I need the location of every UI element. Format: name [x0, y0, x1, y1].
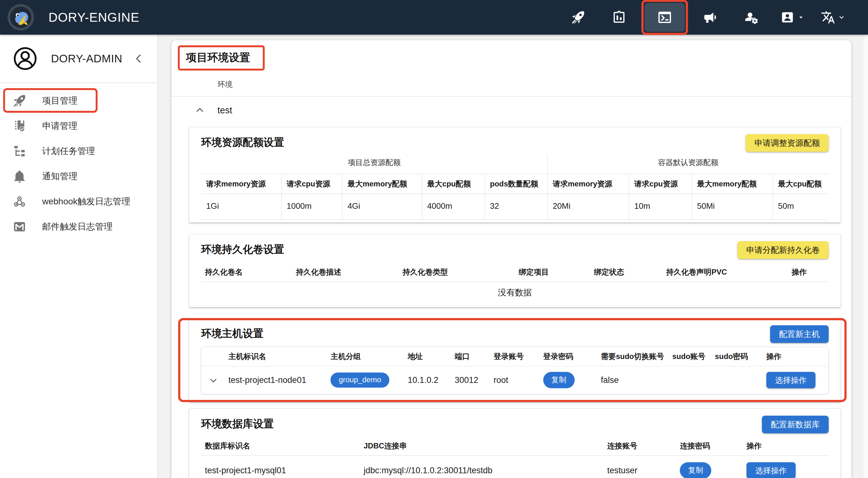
- host-need-sudo: false: [598, 366, 669, 394]
- request-new-pv-button[interactable]: 申请分配新持久化卷: [737, 241, 829, 259]
- configure-new-database-button[interactable]: 配置新数据库: [762, 416, 829, 433]
- annotation-box-page-title: 项目环境设置: [178, 46, 265, 70]
- quota-value: 1Gi: [201, 194, 281, 220]
- column-header: 主机分组: [327, 347, 404, 366]
- copy-password-button[interactable]: 复制: [680, 462, 711, 478]
- sidebar-item-label: webhook触发日志管理: [42, 196, 130, 208]
- host-table: 主机标识名 主机分组 地址 端口 登录账号 登录密码 需要sudo切换账号 su…: [202, 347, 828, 394]
- column-header: 最大memory配额: [342, 174, 422, 194]
- chevron-left-icon[interactable]: [132, 52, 145, 65]
- dory-logo-icon: [7, 4, 34, 31]
- quota-value: 10m: [629, 194, 692, 220]
- column-header: 请求memory资源: [201, 174, 281, 194]
- sidebar: DORY-ADMIN 项目管理: [0, 35, 158, 478]
- column-header: 连接账号: [603, 437, 676, 456]
- column-header: 数据库标识名: [201, 437, 360, 456]
- column-header: 绑定项目: [515, 263, 590, 282]
- column-header: 最大memory配额: [692, 174, 773, 194]
- chevron-down-icon[interactable]: [209, 376, 218, 385]
- bell-icon: [12, 170, 26, 183]
- request-quota-adjust-button[interactable]: 申请调整资源配额: [746, 134, 829, 152]
- env-expansion-row[interactable]: test: [172, 97, 851, 124]
- copy-password-button[interactable]: 复制: [543, 372, 575, 388]
- mail-icon: [12, 220, 26, 234]
- main-content-panel: 项目环境设置 环境 test 环境资源配额设置 申请调整资源配额 项目总资源: [172, 40, 851, 478]
- clipboard-chart-icon[interactable]: [598, 10, 640, 25]
- table-row: 1Gi 1000m 4Gi 4000m 32 20Mi 10m 50Mi 50m: [201, 194, 829, 220]
- db-connect-user: testuser: [603, 456, 676, 478]
- card-title: 环境主机设置: [201, 325, 264, 341]
- column-header: 主机标识名: [225, 347, 328, 366]
- quota-value: 1000m: [281, 194, 342, 220]
- resource-quota-card: 环境资源配额设置 申请调整资源配额 项目总资源配额 容器默认资源配额 请求mem…: [189, 127, 841, 222]
- quota-value: 50m: [773, 194, 829, 220]
- host-login-user: root: [490, 366, 540, 394]
- column-header: 最大cpu配额: [773, 174, 829, 194]
- expand-column: [202, 347, 225, 366]
- chevron-down-icon: [837, 13, 846, 22]
- translate-icon: [821, 10, 835, 25]
- quota-table: 项目总资源配额 容器默认资源配额 请求memory资源 请求cpu资源 最大me…: [201, 154, 829, 220]
- quota-group-header: 项目总资源配额: [201, 154, 548, 174]
- env-column-header: 环境: [217, 79, 851, 89]
- avatar: [12, 46, 38, 71]
- database-card: 环境数据库设置 配置新数据库 数据库标识名 JDBC连接串 连接账号 连接密码 …: [189, 409, 841, 478]
- sidebar-item-webhook-logs[interactable]: webhook触发日志管理: [0, 189, 157, 214]
- header-actions: [558, 0, 854, 35]
- terminal-icon[interactable]: [645, 3, 685, 32]
- card-title: 环境资源配额设置: [201, 134, 284, 150]
- column-header: 持久化卷类型: [399, 263, 515, 282]
- sidebar-menu: 项目管理 申请管理 计划任务管理: [0, 83, 157, 239]
- sidebar-item-notifications[interactable]: 通知管理: [0, 164, 157, 189]
- configure-new-host-button[interactable]: 配置新主机: [770, 325, 829, 343]
- column-header: 请求memory资源: [548, 174, 629, 194]
- host-actions-button[interactable]: 选择操作: [766, 372, 815, 388]
- page-title: 项目环境设置: [186, 50, 250, 65]
- column-header: 持久化卷声明PVC: [662, 263, 788, 282]
- persistent-volume-card: 环境持久化卷设置 申请分配新持久化卷 持久化卷名 持久化卷描述 持久化卷类型 绑…: [189, 234, 841, 307]
- host-port: 30012: [452, 366, 491, 394]
- database-table-row: test-project1-mysql01 jdbc:mysql://10.1.…: [201, 456, 829, 478]
- card-title: 环境数据库设置: [201, 416, 274, 431]
- column-header: 最大cpu配额: [422, 174, 485, 194]
- host-group-chip[interactable]: group_demo: [331, 372, 389, 388]
- db-actions-button[interactable]: 选择操作: [746, 462, 796, 478]
- megaphone-icon[interactable]: [690, 10, 731, 25]
- sidebar-user-header: DORY-ADMIN: [0, 35, 157, 83]
- rocket-icon[interactable]: [558, 10, 598, 25]
- account-badge-menu[interactable]: [772, 10, 813, 25]
- host-sudo-password: [712, 366, 763, 394]
- app-root: DORY-ENGINE: [0, 0, 868, 478]
- quota-value: 50Mi: [692, 194, 773, 220]
- db-name: test-project1-mysql01: [201, 456, 360, 478]
- sidebar-item-project-management[interactable]: 项目管理: [0, 88, 157, 113]
- quota-value: 4Gi: [342, 194, 422, 220]
- column-header: 请求cpu资源: [281, 174, 342, 194]
- sidebar-item-label: 通知管理: [42, 170, 78, 182]
- webhook-icon: [12, 195, 26, 208]
- column-header: 绑定状态: [590, 263, 662, 282]
- sidebar-user-name: DORY-ADMIN: [51, 52, 122, 65]
- language-menu[interactable]: [813, 10, 854, 25]
- user-settings-icon[interactable]: [731, 10, 772, 25]
- annotation-box-terminal: [642, 0, 688, 35]
- sidebar-item-label: 邮件触发日志管理: [42, 221, 113, 233]
- scrollbar[interactable]: [863, 35, 868, 478]
- column-header: 需要sudo切换账号: [598, 347, 669, 366]
- quota-value: 32: [485, 194, 547, 220]
- host-card-annotation-wrap: 环境主机设置 配置新主机 主机标识名 主机分组: [178, 318, 846, 402]
- column-header: 操作: [743, 437, 829, 456]
- sidebar-item-scheduled-tasks[interactable]: 计划任务管理: [0, 139, 157, 164]
- column-header: 请求cpu资源: [629, 174, 692, 194]
- sidebar-item-email-logs[interactable]: 邮件触发日志管理: [0, 214, 157, 239]
- column-header: sudo账号: [669, 347, 712, 366]
- chevron-up-icon[interactable]: [195, 105, 205, 115]
- host-sudo-user: [669, 366, 712, 394]
- column-header: 持久化卷描述: [292, 263, 399, 282]
- card-title: 环境持久化卷设置: [201, 241, 284, 257]
- column-header: 操作: [763, 347, 828, 366]
- quota-value: 20Mi: [548, 194, 629, 220]
- host-table-box: 主机标识名 主机分组 地址 端口 登录账号 登录密码 需要sudo切换账号 su…: [201, 347, 829, 394]
- column-header: 登录账号: [490, 347, 540, 366]
- sidebar-item-request-management[interactable]: 申请管理: [0, 113, 157, 139]
